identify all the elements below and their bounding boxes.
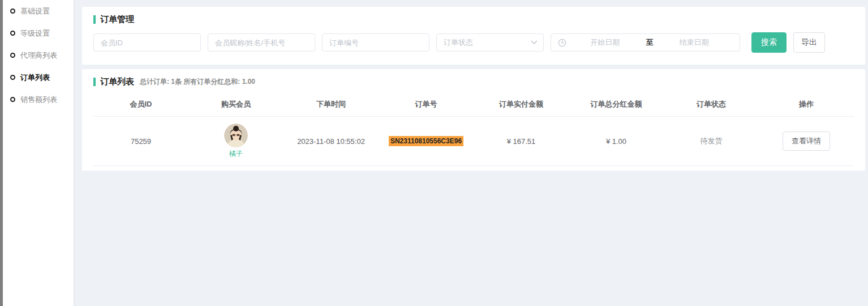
- order-number-input[interactable]: [322, 33, 429, 52]
- sidebar-item-level-settings[interactable]: 等级设置: [3, 22, 74, 44]
- orders-table: 会员ID 购买会员 下单时间 订单号 订单实付金额 订单总分红金额 订单状态 操…: [93, 92, 854, 166]
- title-accent-bar: [93, 15, 96, 24]
- filter-panel-header: 订单管理: [93, 14, 854, 25]
- date-range-picker[interactable]: 开始日期 至 结束日期: [551, 33, 740, 52]
- list-title: 订单列表: [100, 76, 134, 87]
- col-header-order-number: 订单号: [379, 99, 474, 109]
- table-row: 75259: [93, 117, 854, 166]
- sidebar-item-label: 销售额列表: [20, 95, 57, 105]
- clock-icon: [558, 39, 566, 47]
- circle-bullet-icon: [10, 31, 15, 36]
- sidebar-item-sales-list[interactable]: 销售额列表: [3, 88, 74, 110]
- circle-bullet-icon: [10, 53, 15, 58]
- sidebar-item-label: 代理商列表: [20, 50, 57, 61]
- order-filter-panel: 订单管理 订单状态 开始日期 至 结束日期: [82, 7, 865, 65]
- sidebar-item-order-list[interactable]: 订单列表: [3, 66, 74, 88]
- order-status-select[interactable]: 订单状态: [436, 33, 544, 52]
- buyer-avatar[interactable]: [224, 124, 248, 147]
- list-panel-header: 订单列表 总计订单: 1条 所有订单分红总和: 1.00: [93, 76, 854, 87]
- buyer-name: 橘子: [229, 149, 243, 159]
- end-date-field[interactable]: 结束日期: [656, 37, 733, 48]
- table-header-row: 会员ID 购买会员 下单时间 订单号 订单实付金额 订单总分红金额 订单状态 操…: [93, 92, 854, 117]
- cell-order-time: 2023-11-08 10:55:02: [283, 137, 379, 146]
- cell-order-status: 待发货: [664, 136, 759, 146]
- order-status-placeholder: 订单状态: [444, 37, 473, 48]
- sidebar: 基础设置 等级设置 代理商列表 订单列表 销售额列表: [3, 0, 74, 306]
- col-header-buyer: 购买会员: [188, 99, 283, 109]
- sidebar-item-basic-settings[interactable]: 基础设置: [3, 0, 74, 22]
- member-id-input[interactable]: [93, 33, 201, 52]
- app-root: 基础设置 等级设置 代理商列表 订单列表 销售额列表 订单管理: [0, 0, 868, 306]
- col-header-order-time: 下单时间: [283, 99, 379, 109]
- col-header-actions: 操作: [759, 99, 854, 109]
- cell-paid-amount: ¥ 167.51: [474, 137, 569, 146]
- circle-bullet-icon: [10, 8, 15, 14]
- cell-buyer: 橘子: [188, 124, 283, 159]
- export-button[interactable]: 导出: [793, 32, 825, 53]
- filter-row: 订单状态 开始日期 至 结束日期 搜索 导出: [93, 32, 854, 53]
- start-date-field[interactable]: 开始日期: [566, 37, 644, 48]
- sidebar-item-label: 等级设置: [20, 28, 50, 39]
- cell-member-id: 75259: [93, 137, 188, 146]
- circle-bullet-icon: [10, 97, 15, 102]
- member-info-input[interactable]: [208, 33, 315, 52]
- cell-dividend-amount: ¥ 1.00: [569, 137, 664, 146]
- chevron-down-icon: [531, 40, 538, 45]
- sidebar-item-label: 订单列表: [20, 73, 50, 83]
- circle-bullet-icon: [10, 75, 15, 80]
- title-accent-bar: [93, 78, 96, 86]
- date-range-separator: 至: [644, 37, 656, 48]
- sidebar-item-label: 基础设置: [20, 6, 50, 16]
- order-number-highlight: SN23110810556C3E96: [389, 136, 463, 146]
- cell-order-number: SN23110810556C3E96: [379, 136, 474, 146]
- cell-actions: 查看详情: [759, 131, 854, 151]
- col-header-member-id: 会员ID: [93, 99, 188, 109]
- view-details-button[interactable]: 查看详情: [783, 131, 830, 151]
- sidebar-item-agent-list[interactable]: 代理商列表: [3, 44, 74, 66]
- col-header-dividend-amount: 订单总分红金额: [569, 99, 664, 109]
- order-list-panel: 订单列表 总计订单: 1条 所有订单分红总和: 1.00 会员ID 购买会员 下…: [82, 69, 865, 171]
- col-header-order-status: 订单状态: [664, 99, 759, 109]
- search-button[interactable]: 搜索: [751, 32, 787, 53]
- main-content: 订单管理 订单状态 开始日期 至 结束日期: [74, 0, 868, 306]
- order-summary: 总计订单: 1条 所有订单分红总和: 1.00: [140, 77, 255, 87]
- col-header-paid-amount: 订单实付金额: [474, 99, 569, 109]
- page-title: 订单管理: [100, 14, 134, 25]
